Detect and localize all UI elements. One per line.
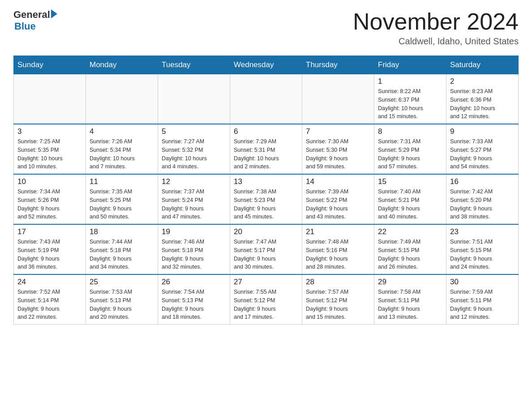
calendar-cell: 11Sunrise: 7:35 AMSunset: 5:25 PMDayligh… [86, 174, 158, 224]
calendar-cell: 1Sunrise: 8:22 AMSunset: 6:37 PMDaylight… [374, 74, 446, 124]
calendar-cell: 23Sunrise: 7:51 AMSunset: 5:15 PMDayligh… [446, 224, 519, 274]
day-info: Sunrise: 7:54 AMSunset: 5:13 PMDaylight:… [162, 288, 226, 321]
calendar-cell [230, 74, 302, 124]
calendar-cell: 12Sunrise: 7:37 AMSunset: 5:24 PMDayligh… [158, 174, 230, 224]
calendar-week-row: 24Sunrise: 7:52 AMSunset: 5:14 PMDayligh… [14, 274, 519, 325]
weekday-header-saturday: Saturday [446, 56, 519, 74]
title-area: November 2024 Caldwell, Idaho, United St… [353, 9, 519, 47]
calendar-cell [302, 74, 374, 124]
calendar-cell: 10Sunrise: 7:34 AMSunset: 5:26 PMDayligh… [14, 174, 86, 224]
day-number: 3 [17, 127, 82, 136]
day-info: Sunrise: 7:33 AMSunset: 5:27 PMDaylight:… [450, 137, 515, 171]
day-number: 13 [234, 177, 298, 186]
calendar-cell [86, 74, 158, 124]
calendar-cell: 2Sunrise: 8:23 AMSunset: 6:36 PMDaylight… [446, 74, 519, 124]
logo-general-text: General [13, 9, 50, 21]
day-info: Sunrise: 7:35 AMSunset: 5:25 PMDaylight:… [90, 188, 154, 221]
day-info: Sunrise: 7:57 AMSunset: 5:12 PMDaylight:… [306, 288, 370, 321]
day-number: 30 [450, 278, 515, 287]
calendar-cell: 3Sunrise: 7:25 AMSunset: 5:35 PMDaylight… [14, 124, 86, 174]
day-number: 6 [234, 127, 298, 136]
calendar-cell: 25Sunrise: 7:53 AMSunset: 5:13 PMDayligh… [86, 274, 158, 325]
calendar-cell: 29Sunrise: 7:58 AMSunset: 5:11 PMDayligh… [374, 274, 446, 325]
calendar-cell: 27Sunrise: 7:55 AMSunset: 5:12 PMDayligh… [230, 274, 302, 325]
calendar-cell: 19Sunrise: 7:46 AMSunset: 5:18 PMDayligh… [158, 224, 230, 274]
weekday-header-thursday: Thursday [302, 56, 374, 74]
calendar-cell: 17Sunrise: 7:43 AMSunset: 5:19 PMDayligh… [14, 224, 86, 274]
day-number: 25 [90, 278, 154, 287]
day-number: 15 [378, 177, 442, 186]
calendar-cell: 9Sunrise: 7:33 AMSunset: 5:27 PMDaylight… [446, 124, 519, 174]
day-number: 16 [450, 177, 515, 186]
day-number: 24 [17, 278, 82, 287]
day-number: 22 [378, 227, 442, 236]
day-number: 21 [306, 227, 370, 236]
day-info: Sunrise: 7:44 AMSunset: 5:18 PMDaylight:… [90, 238, 154, 271]
day-number: 7 [306, 127, 370, 136]
day-info: Sunrise: 7:40 AMSunset: 5:21 PMDaylight:… [378, 188, 442, 221]
day-number: 18 [90, 227, 154, 236]
weekday-header-monday: Monday [86, 56, 158, 74]
day-info: Sunrise: 7:38 AMSunset: 5:23 PMDaylight:… [234, 188, 298, 221]
day-number: 11 [90, 177, 154, 186]
day-number: 20 [234, 227, 298, 236]
day-number: 8 [378, 127, 442, 136]
day-number: 29 [378, 278, 442, 287]
calendar-cell: 21Sunrise: 7:48 AMSunset: 5:16 PMDayligh… [302, 224, 374, 274]
weekday-header-wednesday: Wednesday [230, 56, 302, 74]
location-subtitle: Caldwell, Idaho, United States [353, 36, 519, 47]
calendar-cell: 28Sunrise: 7:57 AMSunset: 5:12 PMDayligh… [302, 274, 374, 325]
logo: General Blue [13, 9, 57, 32]
calendar-cell: 6Sunrise: 7:29 AMSunset: 5:31 PMDaylight… [230, 124, 302, 174]
day-number: 14 [306, 177, 370, 186]
day-info: Sunrise: 7:25 AMSunset: 5:35 PMDaylight:… [17, 137, 82, 171]
day-number: 17 [17, 227, 82, 236]
day-info: Sunrise: 7:51 AMSunset: 5:15 PMDaylight:… [450, 238, 515, 271]
day-info: Sunrise: 7:31 AMSunset: 5:29 PMDaylight:… [378, 137, 442, 171]
day-number: 1 [378, 77, 442, 86]
day-number: 26 [162, 278, 226, 287]
day-info: Sunrise: 7:48 AMSunset: 5:16 PMDaylight:… [306, 238, 370, 271]
weekday-header-friday: Friday [374, 56, 446, 74]
day-info: Sunrise: 7:49 AMSunset: 5:15 PMDaylight:… [378, 238, 442, 271]
page-header: General Blue November 2024 Caldwell, Ida… [13, 9, 519, 47]
day-number: 9 [450, 127, 515, 136]
day-number: 2 [450, 77, 515, 86]
day-number: 10 [17, 177, 82, 186]
day-number: 4 [90, 127, 154, 136]
calendar-week-row: 10Sunrise: 7:34 AMSunset: 5:26 PMDayligh… [14, 174, 519, 224]
day-info: Sunrise: 7:59 AMSunset: 5:11 PMDaylight:… [450, 288, 515, 321]
calendar-cell: 14Sunrise: 7:39 AMSunset: 5:22 PMDayligh… [302, 174, 374, 224]
calendar-cell: 15Sunrise: 7:40 AMSunset: 5:21 PMDayligh… [374, 174, 446, 224]
day-info: Sunrise: 7:37 AMSunset: 5:24 PMDaylight:… [162, 188, 226, 221]
day-info: Sunrise: 7:55 AMSunset: 5:12 PMDaylight:… [234, 288, 298, 321]
calendar-cell: 5Sunrise: 7:27 AMSunset: 5:32 PMDaylight… [158, 124, 230, 174]
day-info: Sunrise: 8:22 AMSunset: 6:37 PMDaylight:… [378, 87, 442, 121]
main-title: November 2024 [353, 9, 519, 34]
calendar-cell [158, 74, 230, 124]
calendar-cell: 18Sunrise: 7:44 AMSunset: 5:18 PMDayligh… [86, 224, 158, 274]
day-number: 19 [162, 227, 226, 236]
day-number: 23 [450, 227, 515, 236]
calendar-cell: 8Sunrise: 7:31 AMSunset: 5:29 PMDaylight… [374, 124, 446, 174]
calendar-cell: 24Sunrise: 7:52 AMSunset: 5:14 PMDayligh… [14, 274, 86, 325]
calendar-cell: 13Sunrise: 7:38 AMSunset: 5:23 PMDayligh… [230, 174, 302, 224]
day-info: Sunrise: 7:29 AMSunset: 5:31 PMDaylight:… [234, 137, 298, 171]
calendar-table: SundayMondayTuesdayWednesdayThursdayFrid… [13, 56, 519, 325]
day-info: Sunrise: 7:42 AMSunset: 5:20 PMDaylight:… [450, 188, 515, 221]
calendar-cell [14, 74, 86, 124]
day-info: Sunrise: 7:46 AMSunset: 5:18 PMDaylight:… [162, 238, 226, 271]
day-info: Sunrise: 7:58 AMSunset: 5:11 PMDaylight:… [378, 288, 442, 321]
day-info: Sunrise: 7:53 AMSunset: 5:13 PMDaylight:… [90, 288, 154, 321]
logo-blue-text: Blue [13, 21, 57, 32]
weekday-header-row: SundayMondayTuesdayWednesdayThursdayFrid… [14, 56, 519, 74]
day-info: Sunrise: 7:30 AMSunset: 5:30 PMDaylight:… [306, 137, 370, 171]
calendar-cell: 16Sunrise: 7:42 AMSunset: 5:20 PMDayligh… [446, 174, 519, 224]
calendar-cell: 26Sunrise: 7:54 AMSunset: 5:13 PMDayligh… [158, 274, 230, 325]
day-number: 28 [306, 278, 370, 287]
day-info: Sunrise: 7:52 AMSunset: 5:14 PMDaylight:… [17, 288, 82, 321]
calendar-cell: 22Sunrise: 7:49 AMSunset: 5:15 PMDayligh… [374, 224, 446, 274]
day-info: Sunrise: 7:27 AMSunset: 5:32 PMDaylight:… [162, 137, 226, 171]
calendar-cell: 20Sunrise: 7:47 AMSunset: 5:17 PMDayligh… [230, 224, 302, 274]
calendar-cell: 4Sunrise: 7:26 AMSunset: 5:34 PMDaylight… [86, 124, 158, 174]
